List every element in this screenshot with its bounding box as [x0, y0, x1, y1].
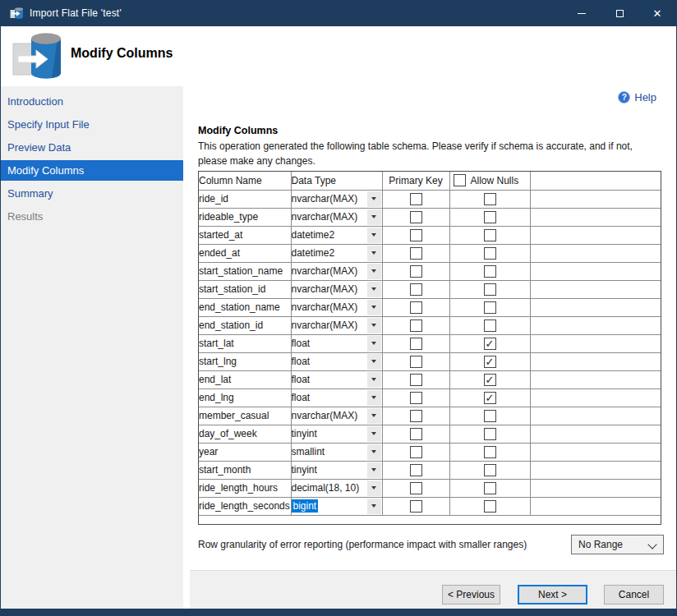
column-name-cell[interactable]: started_at	[199, 226, 291, 244]
primary-key-checkbox[interactable]	[410, 392, 422, 404]
data-type-cell[interactable]: nvarchar(MAX)	[291, 262, 382, 280]
data-type-cell[interactable]: datetime2	[291, 226, 382, 244]
data-type-cell[interactable]: decimal(18, 10)	[291, 479, 382, 497]
column-name-cell[interactable]: ride_length_hours	[199, 479, 291, 497]
primary-key-checkbox[interactable]	[410, 482, 422, 494]
column-name-cell[interactable]: day_of_week	[199, 425, 291, 443]
column-name-cell[interactable]: year	[199, 443, 291, 461]
primary-key-checkbox[interactable]	[410, 374, 422, 386]
data-type-dropdown-button[interactable]	[367, 282, 381, 297]
allow-nulls-checkbox[interactable]	[484, 301, 496, 314]
sidebar-item-summary[interactable]: Summary	[1, 182, 183, 205]
column-name-cell[interactable]: start_lng	[199, 352, 291, 370]
allow-nulls-checkbox[interactable]	[484, 211, 496, 223]
allow-nulls-checkbox[interactable]: ✓	[484, 356, 496, 368]
primary-key-checkbox[interactable]	[410, 283, 422, 296]
data-type-dropdown-button[interactable]	[367, 191, 381, 207]
column-name-cell[interactable]: end_station_name	[199, 298, 291, 316]
data-type-cell[interactable]: float	[291, 388, 382, 407]
primary-key-checkbox[interactable]	[410, 428, 422, 440]
primary-key-checkbox[interactable]	[410, 265, 422, 278]
allow-nulls-checkbox[interactable]: ✓	[484, 392, 496, 404]
sidebar-item-introduction[interactable]: Introduction	[1, 90, 183, 113]
column-name-cell[interactable]: start_station_name	[199, 262, 291, 280]
data-type-cell[interactable]: smallint	[291, 443, 382, 461]
sidebar-item-modify-columns[interactable]: Modify Columns	[1, 160, 183, 181]
primary-key-checkbox[interactable]	[410, 193, 422, 205]
data-type-dropdown-button[interactable]	[367, 372, 381, 388]
data-type-dropdown-button[interactable]	[367, 390, 381, 406]
data-type-dropdown-button[interactable]	[367, 499, 381, 514]
maximize-button[interactable]	[601, 0, 638, 26]
data-type-dropdown-button[interactable]	[367, 408, 381, 424]
column-name-cell[interactable]: rideable_type	[199, 208, 291, 226]
allow-nulls-checkbox[interactable]	[484, 319, 496, 332]
data-type-cell[interactable]: float	[291, 334, 382, 352]
minimize-button[interactable]	[563, 0, 601, 26]
column-name-cell[interactable]: start_station_id	[199, 280, 291, 298]
next-button[interactable]: Next >	[518, 585, 587, 605]
allow-nulls-header-checkbox[interactable]	[454, 174, 466, 186]
allow-nulls-checkbox[interactable]	[484, 229, 496, 241]
primary-key-checkbox[interactable]	[410, 446, 422, 458]
data-type-cell[interactable]: bigint	[291, 497, 382, 515]
allow-nulls-checkbox[interactable]: ✓	[484, 338, 496, 350]
allow-nulls-checkbox[interactable]	[484, 464, 496, 476]
previous-button[interactable]: < Previous	[442, 585, 500, 605]
allow-nulls-checkbox[interactable]	[484, 193, 496, 205]
data-type-cell[interactable]: nvarchar(MAX)	[291, 298, 382, 316]
primary-key-checkbox[interactable]	[410, 211, 422, 223]
column-name-cell[interactable]: start_month	[199, 461, 291, 479]
data-type-dropdown-button[interactable]	[367, 228, 381, 243]
primary-key-checkbox[interactable]	[410, 301, 422, 314]
allow-nulls-checkbox[interactable]	[484, 283, 496, 296]
primary-key-checkbox[interactable]	[410, 338, 422, 350]
column-name-cell[interactable]: end_station_id	[199, 316, 291, 334]
primary-key-checkbox[interactable]	[410, 247, 422, 260]
data-type-dropdown-button[interactable]	[367, 336, 381, 352]
primary-key-checkbox[interactable]	[410, 319, 422, 332]
data-type-cell[interactable]: tinyint	[291, 425, 382, 443]
column-name-cell[interactable]: member_casual	[199, 407, 291, 425]
data-type-cell[interactable]: nvarchar(MAX)	[291, 280, 382, 298]
data-type-dropdown-button[interactable]	[367, 426, 381, 442]
data-type-dropdown-button[interactable]	[367, 300, 381, 315]
data-type-dropdown-button[interactable]	[367, 354, 381, 370]
data-type-cell[interactable]: nvarchar(MAX)	[291, 208, 382, 226]
data-type-dropdown-button[interactable]	[367, 480, 381, 496]
allow-nulls-checkbox[interactable]	[484, 265, 496, 278]
data-type-dropdown-button[interactable]	[367, 444, 381, 460]
primary-key-checkbox[interactable]	[410, 500, 422, 513]
column-name-cell[interactable]: end_lat	[199, 370, 291, 388]
allow-nulls-checkbox[interactable]	[484, 410, 496, 422]
column-name-cell[interactable]: ended_at	[199, 244, 291, 262]
primary-key-checkbox[interactable]	[410, 464, 422, 476]
data-type-dropdown-button[interactable]	[367, 462, 381, 478]
sidebar-item-specify-input-file[interactable]: Specify Input File	[1, 113, 183, 136]
allow-nulls-checkbox[interactable]	[484, 500, 496, 513]
data-type-dropdown-button[interactable]	[367, 246, 381, 261]
data-type-cell[interactable]: nvarchar(MAX)	[291, 190, 382, 208]
allow-nulls-checkbox[interactable]	[484, 446, 496, 458]
data-type-dropdown-button[interactable]	[367, 209, 381, 225]
column-name-cell[interactable]: ride_length_seconds	[199, 497, 291, 515]
allow-nulls-checkbox[interactable]: ✓	[484, 374, 496, 386]
data-type-cell[interactable]: nvarchar(MAX)	[291, 407, 382, 425]
data-type-dropdown-button[interactable]	[367, 318, 381, 333]
close-button[interactable]: ✕	[638, 0, 676, 26]
data-type-cell[interactable]: float	[291, 352, 382, 370]
data-type-cell[interactable]: nvarchar(MAX)	[291, 316, 382, 334]
allow-nulls-checkbox[interactable]	[484, 428, 496, 440]
column-name-cell[interactable]: ride_id	[199, 190, 291, 208]
allow-nulls-checkbox[interactable]	[484, 247, 496, 260]
column-name-cell[interactable]: end_lng	[199, 388, 291, 407]
data-type-dropdown-button[interactable]	[367, 264, 381, 279]
primary-key-checkbox[interactable]	[410, 410, 422, 422]
allow-nulls-checkbox[interactable]	[484, 482, 496, 494]
primary-key-checkbox[interactable]	[410, 229, 422, 241]
primary-key-checkbox[interactable]	[410, 356, 422, 368]
sidebar-item-preview-data[interactable]: Preview Data	[1, 136, 183, 159]
cancel-button[interactable]: Cancel	[604, 585, 664, 605]
data-type-cell[interactable]: datetime2	[291, 244, 382, 262]
column-name-cell[interactable]: start_lat	[199, 334, 291, 352]
